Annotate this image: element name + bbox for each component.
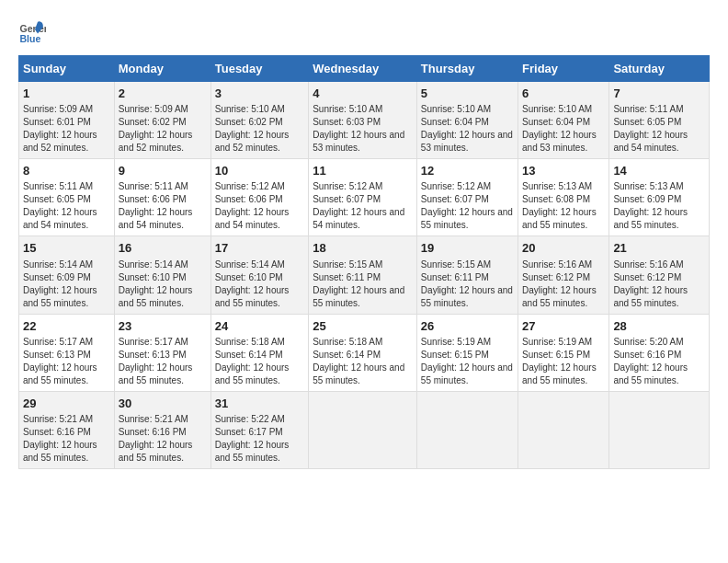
calendar-cell: 21Sunrise: 5:16 AM Sunset: 6:12 PM Dayli… xyxy=(609,236,710,314)
day-number: 20 xyxy=(522,240,605,257)
day-number: 6 xyxy=(522,86,605,102)
day-number: 24 xyxy=(215,318,304,335)
day-details: Sunrise: 5:22 AM Sunset: 6:17 PM Dayligh… xyxy=(215,413,304,465)
day-number: 11 xyxy=(313,163,413,179)
day-number: 29 xyxy=(23,396,110,412)
day-number: 4 xyxy=(313,86,413,102)
day-number: 23 xyxy=(119,318,207,335)
day-details: Sunrise: 5:17 AM Sunset: 6:13 PM Dayligh… xyxy=(23,336,110,387)
calendar-cell: 19Sunrise: 5:15 AM Sunset: 6:11 PM Dayli… xyxy=(416,236,518,314)
day-details: Sunrise: 5:18 AM Sunset: 6:14 PM Dayligh… xyxy=(215,336,304,387)
day-details: Sunrise: 5:12 AM Sunset: 6:07 PM Dayligh… xyxy=(421,180,514,232)
day-details: Sunrise: 5:09 AM Sunset: 6:02 PM Dayligh… xyxy=(119,103,207,155)
calendar-cell: 13Sunrise: 5:13 AM Sunset: 6:08 PM Dayli… xyxy=(518,159,609,236)
day-number: 2 xyxy=(119,86,207,102)
day-details: Sunrise: 5:11 AM Sunset: 6:05 PM Dayligh… xyxy=(23,180,110,232)
weekday-header-thursday: Thursday xyxy=(416,56,518,82)
day-details: Sunrise: 5:21 AM Sunset: 6:16 PM Dayligh… xyxy=(23,413,110,465)
day-number: 22 xyxy=(23,318,110,335)
logo-icon: General Blue xyxy=(18,18,46,46)
day-number: 16 xyxy=(119,240,207,257)
calendar-cell: 4Sunrise: 5:10 AM Sunset: 6:03 PM Daylig… xyxy=(309,82,417,159)
weekday-header-friday: Friday xyxy=(518,56,609,82)
day-number: 8 xyxy=(23,163,110,179)
calendar-week-row: 22Sunrise: 5:17 AM Sunset: 6:13 PM Dayli… xyxy=(19,314,710,391)
calendar-cell xyxy=(518,391,609,468)
day-number: 26 xyxy=(421,318,514,335)
calendar-cell: 16Sunrise: 5:14 AM Sunset: 6:10 PM Dayli… xyxy=(114,236,210,314)
calendar-cell xyxy=(416,391,518,468)
day-number: 21 xyxy=(613,240,705,257)
calendar-cell: 24Sunrise: 5:18 AM Sunset: 6:14 PM Dayli… xyxy=(210,314,308,391)
calendar-header: SundayMondayTuesdayWednesdayThursdayFrid… xyxy=(19,56,710,82)
calendar-cell: 18Sunrise: 5:15 AM Sunset: 6:11 PM Dayli… xyxy=(309,236,417,314)
calendar-cell: 17Sunrise: 5:14 AM Sunset: 6:10 PM Dayli… xyxy=(210,236,308,314)
day-number: 7 xyxy=(613,86,705,102)
day-number: 13 xyxy=(522,163,605,179)
day-details: Sunrise: 5:11 AM Sunset: 6:05 PM Dayligh… xyxy=(613,103,705,155)
calendar-week-row: 15Sunrise: 5:14 AM Sunset: 6:09 PM Dayli… xyxy=(19,236,710,314)
calendar-cell: 29Sunrise: 5:21 AM Sunset: 6:16 PM Dayli… xyxy=(19,391,115,468)
day-details: Sunrise: 5:17 AM Sunset: 6:13 PM Dayligh… xyxy=(119,336,207,387)
calendar-cell xyxy=(309,391,417,468)
day-details: Sunrise: 5:19 AM Sunset: 6:15 PM Dayligh… xyxy=(522,336,605,387)
day-details: Sunrise: 5:09 AM Sunset: 6:01 PM Dayligh… xyxy=(23,103,110,155)
calendar-cell: 7Sunrise: 5:11 AM Sunset: 6:05 PM Daylig… xyxy=(609,82,710,159)
weekday-header-tuesday: Tuesday xyxy=(210,56,308,82)
calendar-cell: 25Sunrise: 5:18 AM Sunset: 6:14 PM Dayli… xyxy=(309,314,417,391)
day-number: 1 xyxy=(23,86,110,102)
day-details: Sunrise: 5:15 AM Sunset: 6:11 PM Dayligh… xyxy=(421,259,514,310)
weekday-header-wednesday: Wednesday xyxy=(309,56,417,82)
calendar-cell: 20Sunrise: 5:16 AM Sunset: 6:12 PM Dayli… xyxy=(518,236,609,314)
calendar-cell: 8Sunrise: 5:11 AM Sunset: 6:05 PM Daylig… xyxy=(19,159,115,236)
day-details: Sunrise: 5:14 AM Sunset: 6:09 PM Dayligh… xyxy=(23,259,110,310)
day-details: Sunrise: 5:12 AM Sunset: 6:07 PM Dayligh… xyxy=(313,180,413,232)
day-details: Sunrise: 5:13 AM Sunset: 6:09 PM Dayligh… xyxy=(613,180,705,232)
day-number: 9 xyxy=(119,163,207,179)
day-details: Sunrise: 5:10 AM Sunset: 6:04 PM Dayligh… xyxy=(421,103,514,155)
calendar-cell: 12Sunrise: 5:12 AM Sunset: 6:07 PM Dayli… xyxy=(416,159,518,236)
calendar-cell: 6Sunrise: 5:10 AM Sunset: 6:04 PM Daylig… xyxy=(518,82,609,159)
day-details: Sunrise: 5:16 AM Sunset: 6:12 PM Dayligh… xyxy=(613,259,705,310)
day-details: Sunrise: 5:13 AM Sunset: 6:08 PM Dayligh… xyxy=(522,180,605,232)
calendar-cell: 28Sunrise: 5:20 AM Sunset: 6:16 PM Dayli… xyxy=(609,314,710,391)
day-details: Sunrise: 5:21 AM Sunset: 6:16 PM Dayligh… xyxy=(119,413,207,465)
day-details: Sunrise: 5:14 AM Sunset: 6:10 PM Dayligh… xyxy=(119,259,207,310)
day-details: Sunrise: 5:18 AM Sunset: 6:14 PM Dayligh… xyxy=(313,336,413,387)
day-details: Sunrise: 5:16 AM Sunset: 6:12 PM Dayligh… xyxy=(522,259,605,310)
day-number: 31 xyxy=(215,396,304,412)
day-number: 10 xyxy=(215,163,304,179)
calendar-cell: 2Sunrise: 5:09 AM Sunset: 6:02 PM Daylig… xyxy=(114,82,210,159)
day-details: Sunrise: 5:10 AM Sunset: 6:04 PM Dayligh… xyxy=(522,103,605,155)
calendar-cell: 30Sunrise: 5:21 AM Sunset: 6:16 PM Dayli… xyxy=(114,391,210,468)
calendar-cell: 14Sunrise: 5:13 AM Sunset: 6:09 PM Dayli… xyxy=(609,159,710,236)
page-header: General Blue xyxy=(18,18,710,46)
calendar-cell: 9Sunrise: 5:11 AM Sunset: 6:06 PM Daylig… xyxy=(114,159,210,236)
day-details: Sunrise: 5:15 AM Sunset: 6:11 PM Dayligh… xyxy=(313,259,413,310)
day-number: 27 xyxy=(522,318,605,335)
calendar-cell: 27Sunrise: 5:19 AM Sunset: 6:15 PM Dayli… xyxy=(518,314,609,391)
day-details: Sunrise: 5:11 AM Sunset: 6:06 PM Dayligh… xyxy=(119,180,207,232)
calendar-cell: 11Sunrise: 5:12 AM Sunset: 6:07 PM Dayli… xyxy=(309,159,417,236)
calendar-cell: 22Sunrise: 5:17 AM Sunset: 6:13 PM Dayli… xyxy=(19,314,115,391)
weekday-header-sunday: Sunday xyxy=(19,56,115,82)
day-details: Sunrise: 5:10 AM Sunset: 6:02 PM Dayligh… xyxy=(215,103,304,155)
day-details: Sunrise: 5:12 AM Sunset: 6:06 PM Dayligh… xyxy=(215,180,304,232)
calendar-cell: 26Sunrise: 5:19 AM Sunset: 6:15 PM Dayli… xyxy=(416,314,518,391)
day-number: 30 xyxy=(119,396,207,412)
calendar-week-row: 29Sunrise: 5:21 AM Sunset: 6:16 PM Dayli… xyxy=(19,391,710,468)
day-number: 25 xyxy=(313,318,413,335)
day-number: 14 xyxy=(613,163,705,179)
day-details: Sunrise: 5:20 AM Sunset: 6:16 PM Dayligh… xyxy=(613,336,705,387)
calendar-cell: 3Sunrise: 5:10 AM Sunset: 6:02 PM Daylig… xyxy=(210,82,308,159)
day-number: 15 xyxy=(23,240,110,257)
day-number: 3 xyxy=(215,86,304,102)
calendar-cell: 1Sunrise: 5:09 AM Sunset: 6:01 PM Daylig… xyxy=(19,82,115,159)
calendar-cell: 5Sunrise: 5:10 AM Sunset: 6:04 PM Daylig… xyxy=(416,82,518,159)
calendar-table: SundayMondayTuesdayWednesdayThursdayFrid… xyxy=(18,55,710,469)
day-number: 28 xyxy=(613,318,705,335)
day-details: Sunrise: 5:10 AM Sunset: 6:03 PM Dayligh… xyxy=(313,103,413,155)
day-number: 18 xyxy=(313,240,413,257)
svg-text:Blue: Blue xyxy=(20,33,41,44)
calendar-cell: 23Sunrise: 5:17 AM Sunset: 6:13 PM Dayli… xyxy=(114,314,210,391)
